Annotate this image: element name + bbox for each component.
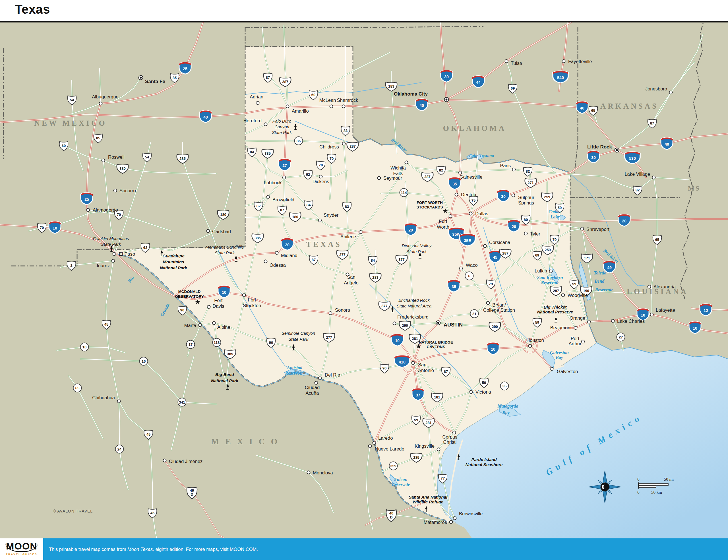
scale-zero-km: 0: [637, 490, 640, 495]
us-shield-number: 65: [655, 237, 659, 242]
map-label: Shreveport: [586, 227, 609, 232]
map-label: Abilene: [340, 234, 356, 239]
us-shield-number: 281: [412, 336, 418, 341]
us-shield-number: 59: [482, 381, 486, 385]
map-label: Shamrock: [337, 98, 358, 103]
map-label: Alexandria: [653, 284, 676, 289]
map-label: Davis: [212, 303, 224, 309]
route-number: 341: [179, 400, 185, 404]
us-shield-number: 281: [425, 421, 432, 425]
map-label: Springs: [518, 200, 534, 205]
map-label: San: [347, 274, 355, 280]
us-shield-number: 259: [545, 248, 551, 252]
us-shield-number: 259: [544, 195, 550, 199]
map-label: Big Bend: [215, 372, 234, 377]
us-shield-number: 181: [434, 395, 440, 399]
interstate-shield-number: 12: [704, 308, 708, 313]
interstate-shield-number: 10: [53, 226, 57, 230]
state-route-shield: 21: [470, 310, 479, 318]
us-shield-number: 77: [441, 476, 445, 480]
route-number: 24: [117, 447, 122, 451]
map-label: OBSERVATORY: [175, 294, 204, 299]
map-label: Amarillo: [292, 108, 309, 113]
us-shield-number: 84: [307, 203, 311, 207]
city-dot: [487, 301, 490, 305]
route-number: 118: [214, 340, 220, 345]
interstate-shield: 10: [218, 286, 230, 298]
route-number: 27: [619, 335, 623, 339]
map-label: Fort: [214, 298, 223, 303]
map-label: Christi: [443, 439, 457, 445]
city-dot: [330, 105, 333, 108]
state-route-shield: 114: [400, 189, 408, 197]
us-shield-number: 54: [145, 155, 149, 159]
map-label: Victoria: [475, 389, 491, 394]
interstate-shield-number: 410: [399, 360, 406, 364]
map-label: State Park: [407, 249, 427, 254]
us-shield-number: 82: [526, 169, 530, 173]
city-dot: [550, 367, 553, 371]
interstate-shield-number: 10: [693, 326, 697, 330]
map-label: Galveston: [550, 350, 569, 355]
city-dot: [453, 517, 456, 520]
city-dot: [163, 459, 166, 462]
scale-km-bar: [638, 485, 656, 487]
map-label: Guadalupe: [162, 253, 185, 258]
us-shield-number: 285: [413, 455, 419, 460]
us-shield-number: 62: [257, 204, 260, 208]
interstate-shield-number: 20: [622, 219, 626, 223]
interstate-shield-number: 35: [452, 284, 456, 289]
map-label: Arthur: [569, 341, 582, 346]
interstate-shield-number: 35: [452, 182, 457, 186]
city-dot: [650, 313, 653, 316]
interstate-shield: 540: [553, 71, 568, 83]
interstate-shield-number: 49: [607, 265, 612, 270]
interstate-shield: 35: [449, 177, 461, 189]
us-shield-number: 69: [535, 253, 539, 257]
map-label: Matagorda: [497, 404, 518, 409]
map-label: CAVERNS: [427, 345, 445, 349]
interstate-shield-number: 40: [203, 115, 208, 119]
interstate-shield: 30: [497, 190, 509, 202]
map-label: Toledo: [594, 270, 606, 275]
city-dot: [329, 312, 332, 315]
map-label: State Park: [288, 337, 309, 342]
us-shield-number: 290: [402, 323, 408, 328]
us-shield-number: 83: [345, 204, 349, 209]
map-label: Monahans Sandhills: [205, 245, 244, 249]
map-label: Odessa: [270, 263, 286, 268]
map-label: National Park: [160, 265, 187, 270]
city-dot: [112, 259, 115, 263]
map-label: Alamogordo: [93, 207, 118, 212]
us-shield-number: 277: [339, 253, 346, 257]
interstate-shield: 35: [448, 280, 460, 292]
city-dot: [114, 189, 117, 192]
map-label: Bryan/: [492, 302, 506, 307]
map-label: Childress: [319, 144, 339, 149]
interstate-shield-number: 25: [84, 197, 89, 202]
map-label: Laredo: [378, 435, 393, 441]
us-shield-number: 84: [371, 258, 375, 263]
moon-logo: MOON TRAVEL GUIDES: [0, 538, 43, 560]
map-label: Reservoir: [541, 280, 559, 285]
map-label: Mountains: [163, 259, 184, 264]
interstate-shield: 10: [689, 322, 701, 334]
map-label: Little Rock: [587, 144, 612, 150]
city-dot: [524, 232, 528, 235]
city-dot: [483, 245, 487, 248]
map-label: San: [418, 362, 426, 367]
route-number: 65: [75, 386, 79, 390]
city-dot: [562, 60, 565, 63]
map-label: Gainesville: [460, 174, 483, 179]
city-dot: [450, 520, 453, 524]
us-shield-number: 290: [492, 325, 498, 329]
city-dot: [264, 260, 267, 263]
interstate-shield: 37: [412, 389, 424, 400]
us-shield-number: 79: [553, 237, 557, 242]
city-dot: [373, 441, 376, 445]
us-shield-number: 87: [312, 258, 316, 262]
page-title: Texas: [0, 0, 728, 16]
map-label: Wichita: [390, 165, 406, 170]
us-shield-number: 70: [319, 163, 323, 167]
map-label: State Park: [101, 242, 121, 247]
